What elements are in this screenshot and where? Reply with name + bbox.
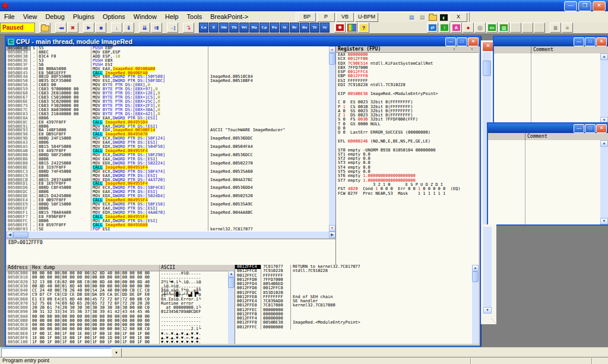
disassembly-pane[interactable]: 0050BE38$55PUSH EBP0050BE39.8BECMOV EBP,… — [7, 46, 329, 232]
screen-button[interactable]: ▦ — [498, 23, 509, 33]
breakpoint-button[interactable]: ● — [463, 23, 474, 33]
registers-prev-icon[interactable]: ‹ — [450, 46, 458, 52]
disasm-hscrollbar[interactable]: ◀ ▶ — [7, 232, 335, 238]
letter-button-st[interactable]: St — [280, 23, 289, 33]
disasm-row[interactable]: 0050BEF7.E8 F896F8FFCALL ImageRed.004955… — [7, 215, 329, 219]
disasm-row[interactable]: 0050BEE9.8B0D 58F15000MOV ECX,DWORD PTR … — [7, 202, 329, 207]
log-button[interactable]: ≣ — [550, 23, 561, 33]
comment-window-middle-body[interactable] — [488, 140, 600, 224]
subwin-maximize-button[interactable]: □ — [585, 124, 596, 133]
comment-window-top-scrollbar[interactable]: ▲ ▼ — [600, 53, 608, 124]
strip2-scrollbar[interactable]: ▼ — [483, 227, 492, 314]
cpu-titlebar[interactable]: C CPU - main thread, module ImageRed — □… — [6, 37, 480, 46]
stack-scrollbar[interactable]: ▲ — [472, 265, 479, 344]
subwin-maximize-button[interactable]: □ — [585, 37, 596, 46]
disasm-row[interactable]: 0050BEFE.E8 8597F8FFCALL ImageRed.004956… — [7, 223, 329, 227]
disasm-scroll-thumb[interactable] — [329, 53, 335, 65]
dump-scrollbar[interactable]: ▲ — [228, 271, 235, 344]
page-button[interactable]: ▤ — [417, 13, 427, 21]
comment-window-middle-scrollbar[interactable]: ▲ ▼ — [600, 140, 608, 224]
scroll-up-icon[interactable]: ▲ — [600, 140, 608, 147]
app-minimize-button[interactable]: — — [564, 1, 577, 11]
cpu-close-button[interactable]: ✕ — [468, 37, 479, 46]
letter-button-ln[interactable]: Ln — [199, 23, 208, 33]
assemble-button[interactable]: A — [451, 23, 462, 33]
register-line[interactable]: EIP 0050BE38 ImageRed.<ModuleEntryPoint> — [336, 92, 479, 96]
appearance-button[interactable] — [346, 23, 357, 33]
register-line[interactable]: T 0 GS 0000 NULL — [336, 122, 479, 126]
plugin-button-p[interactable]: P — [317, 12, 335, 22]
plugin-close-button[interactable]: X — [449, 12, 467, 22]
disasm-row[interactable]: 0050BED6.8B0D C8F45000MOV ECX,DWORD PTR … — [7, 186, 329, 190]
app-restore-button[interactable]: ❐ — [578, 1, 591, 11]
scroll-left-icon[interactable]: ◀ — [7, 232, 13, 238]
run-button[interactable]: ▶ — [83, 23, 94, 33]
comment-window-middle-titlebar[interactable]: — □ ✕ — [488, 124, 608, 133]
letter-button-cp[interactable]: Cp — [259, 23, 269, 33]
letter-button-tr[interactable]: Tr — [310, 23, 319, 33]
disasm-row[interactable]: 0050BE3E.53PUSH EBX — [7, 59, 329, 63]
letter-button-me[interactable]: Me — [219, 23, 229, 33]
letter-button-th[interactable]: Th — [229, 23, 239, 33]
subwin-minimize-button[interactable]: — — [574, 37, 584, 46]
resize-grip-icon[interactable]: ⋱ — [491, 318, 496, 324]
scroll-down-icon[interactable]: ▼ — [329, 225, 335, 232]
letter-button-pa[interactable]: Pa — [270, 23, 279, 33]
subwin-close-button[interactable]: ✕ — [596, 124, 607, 133]
register-line[interactable]: EDI 7C910228 ntdll.7C910228 — [336, 83, 479, 87]
pause-button[interactable]: ▮▮ — [95, 23, 106, 33]
disasm-hscroll-thumb[interactable] — [13, 232, 28, 238]
plugin-button-bp[interactable]: BP — [298, 12, 316, 22]
disasm-scrollbar[interactable]: ▲ ▼ — [329, 46, 335, 232]
register-line[interactable]: O 0 LastErr ERROR_SUCCESS (00000000) — [336, 131, 479, 135]
swap-button[interactable]: ⇄ — [427, 23, 438, 33]
menu-plugins[interactable]: Plugins — [69, 12, 99, 21]
step-over-button[interactable]: ⇓ — [123, 23, 134, 33]
letter-button-sr[interactable]: Sr — [320, 23, 330, 33]
dump-scroll-thumb[interactable] — [228, 277, 235, 288]
options-button[interactable]: ✱ — [334, 23, 346, 33]
stack-scroll-thumb[interactable] — [472, 271, 479, 282]
app-close-button[interactable]: ✕ — [593, 1, 606, 11]
hits-button[interactable]: ↕ — [439, 23, 450, 33]
subwin-close-button[interactable]: ✕ — [596, 37, 607, 46]
stack-pane[interactable]: 0012FFC47C817077RETURN to kernel32.7C817… — [235, 265, 479, 344]
menu-window[interactable]: Window — [129, 12, 161, 21]
scroll-right-icon[interactable]: ▶ — [329, 232, 335, 238]
comment-window-top-body[interactable] — [494, 53, 600, 124]
letter-button-re[interactable]: Re — [300, 23, 309, 33]
stack-row[interactable]: 0012FFFC00000000 — [235, 325, 479, 330]
disasm-row[interactable]: 0050BEC3.8B0D 74F45000MOV ECX,DWORD PTR … — [7, 170, 329, 174]
menu-breakpoint[interactable]: BreakPoint-> — [206, 12, 252, 21]
open-file-button[interactable] — [39, 23, 50, 33]
register-line[interactable]: EFL 00000246 (NO,NB,E,BE,NS,PE,GE,LE) — [336, 140, 479, 144]
disasm-row[interactable]: 0050BE8C.E8 4397F8FFCALL ImageRed.004955… — [7, 121, 329, 125]
cpu-minimize-button[interactable]: — — [445, 37, 456, 46]
terminate-button[interactable]: ✖ — [67, 23, 78, 33]
animate-over-button[interactable]: ⇉ — [151, 23, 162, 33]
plugin-button-vb[interactable]: VB — [336, 12, 354, 22]
menu-help[interactable]: Help — [161, 12, 183, 21]
folder2-button[interactable] — [428, 13, 438, 21]
letter-button-br[interactable]: Br — [290, 23, 299, 33]
disasm-row[interactable]: 0050BF03.5EPOP ESIkernel32.7C817077 — [7, 227, 329, 232]
patch-button[interactable]: 101 — [486, 23, 498, 33]
letter-button-ha[interactable]: Ha — [249, 23, 259, 33]
step-into-button[interactable]: ↓ — [111, 23, 122, 33]
cpu-maximize-button[interactable]: □ — [457, 37, 467, 46]
menu-view[interactable]: View — [19, 12, 42, 21]
menu-tools[interactable]: Tools — [183, 12, 207, 21]
scroll-up-icon[interactable]: ▲ — [228, 271, 235, 277]
help-button[interactable]: ? — [358, 23, 369, 33]
scroll-up-icon[interactable]: ▲ — [329, 46, 335, 53]
disasm-row[interactable]: 0050BE83.C683 21040000 00MOV BYTE PTR DS… — [7, 112, 329, 116]
comment-window-top-titlebar[interactable]: — □ ✕ — [494, 37, 608, 46]
animate-into-button[interactable]: ⇊ — [139, 23, 150, 33]
go-to-button[interactable]: ↴ — [183, 23, 194, 33]
scroll-down-icon[interactable]: ▼ — [600, 218, 608, 224]
scroll-up-icon[interactable]: ▲ — [600, 53, 608, 60]
register-line[interactable]: FCW 027F Prec NEAR,53 Mask 1 1 1 1 1 1 — [336, 192, 479, 196]
disasm-row[interactable]: 0050BE38$55PUSH EBP — [7, 46, 329, 50]
dump-row[interactable]: 0050C1001F 00 1F 00|1F 00 1F 00|1F 00 1F… — [7, 340, 235, 344]
execute-till-return-button[interactable]: →] — [167, 23, 178, 33]
